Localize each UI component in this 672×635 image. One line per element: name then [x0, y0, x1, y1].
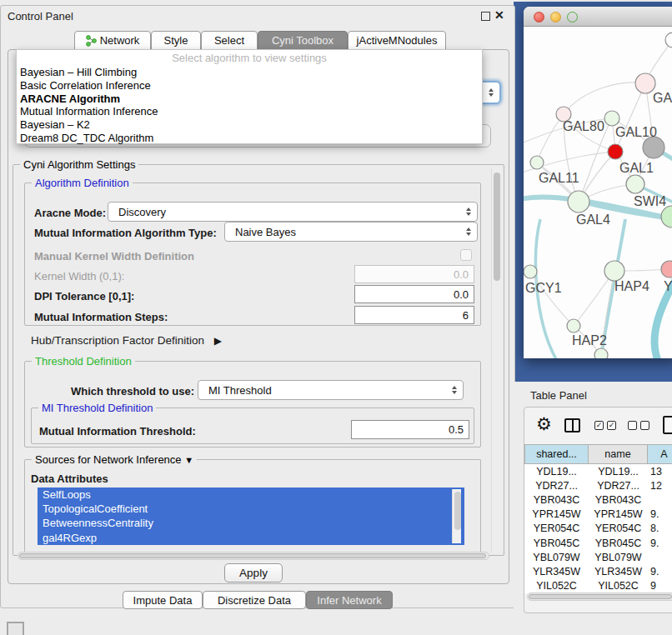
dpi-tolerance-field[interactable]: 0.0 — [354, 285, 474, 303]
node-hap4[interactable] — [604, 261, 624, 281]
table-row[interactable]: YBL079W YBL079W — [524, 550, 672, 564]
node-gal1[interactable] — [626, 175, 644, 193]
tab-discretize-data[interactable]: Discretize Data — [203, 591, 306, 609]
tab-label: jActiveMNodules — [357, 34, 438, 47]
network-graph: GAL80 GAL10 GAL1 GAL11 SWI4 GAL4 GCY1 HA… — [524, 28, 672, 358]
float-window-icon[interactable] — [481, 12, 490, 21]
sources-title[interactable]: Sources for Network Inference ▼ — [32, 453, 197, 466]
gear-icon[interactable]: ⚙ — [536, 414, 552, 434]
mi-type-combobox[interactable]: Naive Bayes — [224, 222, 478, 242]
tab-infer-network[interactable]: Infer Network — [306, 591, 393, 609]
dropdown-placeholder: Select algorithm to view settings — [17, 50, 482, 66]
node-label: GAL4 — [576, 212, 610, 227]
node-label: HAP4 — [614, 279, 649, 293]
zoom-traffic-light[interactable] — [567, 12, 578, 22]
aracne-mode-label: Aracne Mode: — [34, 207, 106, 219]
cell: 9 — [648, 579, 672, 593]
network-canvas[interactable]: GAL80 GAL10 GAL1 GAL11 SWI4 GAL4 GCY1 HA… — [524, 28, 672, 358]
manual-kernel-label: Manual Kernel Width Definition — [34, 250, 194, 262]
list-item[interactable]: gal4RGexp — [38, 531, 464, 545]
close-icon[interactable]: ✕ — [494, 8, 504, 22]
file-icon[interactable] — [663, 416, 672, 434]
node-gal11[interactable] — [530, 156, 544, 169]
tab-cyni-toolbox[interactable]: Cyni Toolbox — [258, 31, 348, 50]
data-attributes-list[interactable]: SelfLoops TopologicalCoefficient Between… — [38, 488, 464, 545]
column-split-icon[interactable] — [564, 418, 580, 432]
list-item[interactable]: SelfLoops — [38, 488, 464, 502]
select-all-columns-icon[interactable]: ✓ ✓ — [594, 421, 616, 430]
node-salmon[interactable] — [661, 261, 672, 278]
tab-style[interactable]: Style — [151, 31, 201, 50]
minimize-traffic-light[interactable] — [550, 12, 561, 22]
node-gray[interactable] — [643, 137, 664, 158]
dropdown-item[interactable]: Dream8 DC_TDC Algorithm — [17, 132, 482, 145]
which-threshold-combobox[interactable]: MI Threshold — [198, 380, 464, 400]
dropdown-item[interactable]: Mutual Information Inference — [17, 105, 482, 118]
settings-hscrollbar[interactable] — [18, 552, 489, 560]
cell: 9. — [648, 508, 672, 522]
settings-scrollbar[interactable] — [491, 168, 501, 552]
tab-network[interactable]: Network — [74, 31, 151, 50]
close-traffic-light[interactable] — [534, 12, 544, 22]
node-label: SWI4 — [634, 194, 666, 208]
algorithm-definition-title: Algorithm Definition — [32, 177, 133, 189]
minimized-panel-icon[interactable] — [7, 622, 24, 635]
node-hap2[interactable] — [567, 319, 580, 332]
cell: YBR043C — [589, 492, 648, 507]
cell: YER054C — [589, 522, 648, 536]
cell: 13 — [648, 464, 672, 478]
node-partial-top[interactable] — [665, 32, 672, 48]
column-header-name[interactable]: name — [589, 444, 648, 464]
node-swi4[interactable] — [661, 206, 672, 228]
node-partial-bottom[interactable] — [594, 348, 608, 358]
node-label: Y — [664, 279, 672, 293]
kernel-width-field[interactable]: 0.0 — [354, 265, 474, 283]
mi-steps-field[interactable]: 6 — [354, 306, 474, 324]
data-attributes-label: Data Attributes — [31, 472, 108, 485]
list-item[interactable]: BetweennessCentrality — [38, 516, 464, 530]
node-gal10[interactable] — [604, 111, 619, 126]
table-hscrollbar[interactable] — [527, 592, 672, 601]
cell: YBR045C — [589, 536, 648, 550]
hub-section-toggle[interactable]: Hub/Transcription Factor Definition ▶ — [31, 334, 222, 347]
node-gcy1[interactable] — [524, 265, 537, 278]
tab-jactivemnodules[interactable]: jActiveMNodules — [348, 31, 446, 50]
dropdown-item[interactable]: Bayesian – Hill Climbing — [17, 66, 482, 79]
tab-select[interactable]: Select — [201, 31, 258, 50]
dropdown-item[interactable]: Basic Correlation Inference — [17, 79, 482, 92]
network-labels: GAL80 GAL10 GAL1 GAL11 SWI4 GAL4 GCY1 HA… — [525, 91, 672, 348]
manual-kernel-checkbox[interactable] — [460, 249, 472, 261]
node-label: GCY1 — [525, 281, 562, 295]
network-window-titlebar[interactable] — [524, 7, 672, 27]
table-row[interactable]: YPR145W YPR145W 9. — [524, 508, 672, 522]
table-row[interactable]: YBR045C YBR045C 9. — [524, 536, 672, 550]
tab-impute-data[interactable]: Impute Data — [123, 591, 203, 609]
cell: YBR043C — [524, 492, 589, 507]
mi-threshold-label: Mutual Information Threshold: — [39, 425, 196, 438]
combobox-value: Naive Bayes — [235, 226, 296, 238]
aracne-mode-combobox[interactable]: Discovery — [108, 202, 478, 222]
application-root: GAL80 GAL10 GAL1 GAL11 SWI4 GAL4 GCY1 HA… — [0, 0, 672, 635]
cell — [648, 550, 672, 564]
node-label: HAP2 — [572, 333, 607, 348]
column-header-shared-name[interactable]: shared... — [524, 444, 589, 464]
mi-threshold-field[interactable]: 0.5 — [351, 420, 469, 439]
table-row[interactable]: YDR27... YDR27... 12 — [524, 478, 672, 492]
deselect-all-columns-icon[interactable] — [628, 421, 649, 430]
node-red[interactable] — [608, 144, 623, 159]
cell: YER054C — [524, 522, 589, 536]
list-item[interactable]: TopologicalCoefficient — [38, 502, 464, 516]
table-row[interactable]: YER054C YER054C 8. — [524, 522, 672, 536]
table-row[interactable]: YBR043C YBR043C — [524, 492, 672, 507]
column-header-partial[interactable]: A — [648, 444, 672, 464]
table-row[interactable]: YIL052C YIL052C 9 — [524, 579, 672, 593]
table-subwindow: ⚙ ✓ ✓ shared... name A YDL19... YDL19...… — [524, 407, 672, 613]
apply-button[interactable]: Apply — [224, 563, 283, 582]
table-row[interactable]: YDL19... YDL19... 13 — [524, 464, 672, 478]
dropdown-item[interactable]: Bayesian – K2 — [17, 118, 482, 132]
combobox-value: MI Threshold — [208, 384, 272, 397]
node-gal4[interactable] — [568, 191, 589, 212]
dropdown-item-selected[interactable]: ARACNE Algorithm — [17, 92, 482, 106]
attributes-list-scrollbar[interactable] — [452, 489, 461, 543]
table-row[interactable]: YLR345W YLR345W 9. — [524, 564, 672, 578]
